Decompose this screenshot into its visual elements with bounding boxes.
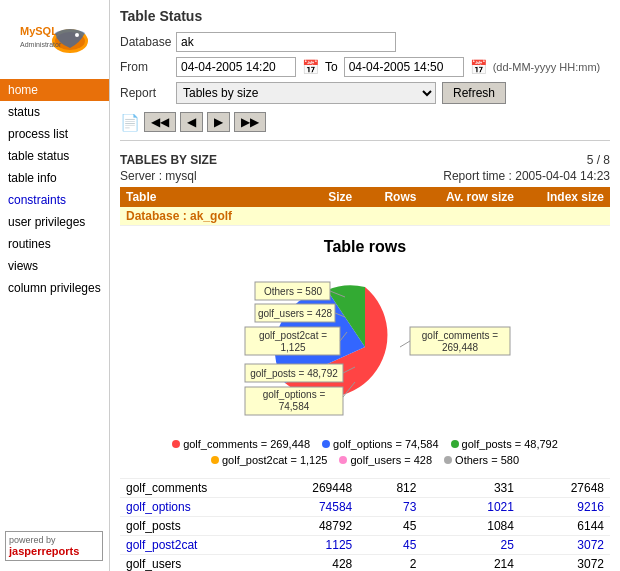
- legend-dot-options: [322, 440, 330, 448]
- row-avrow-golf-comments: 331: [422, 479, 520, 498]
- table-row: golf_post2cat 1125 45 25 3072: [120, 536, 610, 555]
- row-avrow-golf-options: 1021: [422, 498, 520, 517]
- sidebar-item-process-list[interactable]: process list: [0, 123, 109, 145]
- sidebar-item-column-privileges[interactable]: column privileges: [0, 277, 109, 299]
- date-row: From 📅 To 📅 (dd-MM-yyyy HH:mm): [120, 57, 610, 77]
- pie-chart: Others = 580 golf_users = 428 golf_post2…: [215, 267, 515, 427]
- legend-dot-others: [444, 456, 452, 464]
- svg-text:MySQL: MySQL: [20, 25, 58, 37]
- chart-legend: golf_comments = 269,448 golf_options = 7…: [120, 438, 610, 466]
- sidebar-item-constraints[interactable]: constraints: [0, 189, 109, 211]
- sidebar-item-table-info[interactable]: table info: [0, 167, 109, 189]
- last-page-button[interactable]: ▶▶: [234, 112, 266, 132]
- row-size-golf-comments: 269448: [282, 479, 358, 498]
- row-rows-golf-options: 73: [358, 498, 422, 517]
- table-header-row: Table Size Rows Av. row size Index size: [120, 187, 610, 207]
- row-name-golf-comments: golf_comments: [120, 479, 282, 498]
- powered-by-badge: powered by jasperreports: [5, 531, 103, 561]
- from-date-input[interactable]: [176, 57, 296, 77]
- row-avrow-golf-posts: 1084: [422, 517, 520, 536]
- legend-golf-posts: golf_posts = 48,792: [451, 438, 558, 450]
- legend-others: Others = 580: [444, 454, 519, 466]
- report-header: TABLES BY SIZE 5 / 8 Server : mysql Repo…: [120, 153, 610, 183]
- sidebar: MySQL Administrator home status process …: [0, 0, 110, 571]
- col-rows: Rows: [358, 187, 422, 207]
- db-group-label: Database : ak_golf: [120, 207, 610, 226]
- refresh-button[interactable]: Refresh: [442, 82, 506, 104]
- svg-text:golf_post2cat =: golf_post2cat =: [259, 330, 327, 341]
- main-content: Table Status Database From 📅 To 📅 (dd-MM…: [110, 0, 620, 571]
- table-row: golf_comments 269448 812 331 27648: [120, 479, 610, 498]
- to-label: To: [325, 60, 338, 74]
- next-page-button[interactable]: ▶: [207, 112, 230, 132]
- first-page-button[interactable]: ◀◀: [144, 112, 176, 132]
- from-label: From: [120, 60, 170, 74]
- sidebar-item-home[interactable]: home: [0, 79, 109, 101]
- sidebar-item-views[interactable]: views: [0, 255, 109, 277]
- svg-text:269,448: 269,448: [442, 342, 479, 353]
- legend-golf-options: golf_options = 74,584: [322, 438, 439, 450]
- svg-text:Others = 580: Others = 580: [264, 286, 323, 297]
- row-avrow-golf-users: 214: [422, 555, 520, 572]
- report-time: Report time : 2005-04-04 14:23: [443, 169, 610, 183]
- row-rows-golf-comments: 812: [358, 479, 422, 498]
- row-rows-golf-users: 2: [358, 555, 422, 572]
- mysql-logo: MySQL Administrator: [15, 13, 95, 63]
- report-select[interactable]: Tables by size Tables by rows Tables by …: [176, 82, 436, 104]
- svg-text:golf_users = 428: golf_users = 428: [258, 308, 333, 319]
- svg-text:golf_comments =: golf_comments =: [422, 330, 499, 341]
- legend-dot-comments: [172, 440, 180, 448]
- page-title: Table Status: [120, 8, 610, 24]
- row-indexsize-golf-post2cat: 3072: [520, 536, 610, 555]
- row-size-golf-post2cat: 1125: [282, 536, 358, 555]
- to-date-input[interactable]: [344, 57, 464, 77]
- date-format-label: (dd-MM-yyyy HH:mm): [493, 61, 601, 73]
- svg-line-25: [400, 341, 410, 347]
- report-label: Report: [120, 86, 170, 100]
- row-rows-golf-post2cat: 45: [358, 536, 422, 555]
- sidebar-item-routines[interactable]: routines: [0, 233, 109, 255]
- row-indexsize-golf-comments: 27648: [520, 479, 610, 498]
- row-size-golf-users: 428: [282, 555, 358, 572]
- chart-area: Others = 580 golf_users = 428 golf_post2…: [120, 262, 610, 432]
- to-calendar-icon[interactable]: 📅: [470, 59, 487, 75]
- sidebar-item-status[interactable]: status: [0, 101, 109, 123]
- server-label: Server : mysql: [120, 169, 197, 183]
- col-table: Table: [120, 187, 282, 207]
- page-info: 5 / 8: [587, 153, 610, 167]
- sidebar-item-user-privileges[interactable]: user privileges: [0, 211, 109, 233]
- svg-text:golf_options =: golf_options =: [263, 389, 326, 400]
- report-section-title: TABLES BY SIZE: [120, 153, 217, 167]
- data-table: Table Size Rows Av. row size Index size …: [120, 187, 610, 571]
- svg-point-4: [75, 33, 79, 37]
- database-input[interactable]: [176, 32, 396, 52]
- row-size-golf-posts: 48792: [282, 517, 358, 536]
- pagination-toolbar: 📄 ◀◀ ◀ ▶ ▶▶: [120, 112, 610, 132]
- row-rows-golf-posts: 45: [358, 517, 422, 536]
- row-name-golf-post2cat[interactable]: golf_post2cat: [120, 536, 282, 555]
- chart-title: Table rows: [120, 238, 610, 256]
- legend-golf-post2cat: golf_post2cat = 1,125: [211, 454, 328, 466]
- legend-label-users: golf_users = 428: [350, 454, 432, 466]
- legend-label-comments: golf_comments = 269,448: [183, 438, 310, 450]
- pdf-icon[interactable]: 📄: [120, 113, 140, 132]
- sidebar-item-table-status[interactable]: table status: [0, 145, 109, 167]
- row-indexsize-golf-options: 9216: [520, 498, 610, 517]
- col-avrow: Av. row size: [422, 187, 520, 207]
- row-avrow-golf-post2cat: 25: [422, 536, 520, 555]
- svg-text:Administrator: Administrator: [20, 41, 62, 48]
- report-row: Report Tables by size Tables by rows Tab…: [120, 82, 610, 104]
- from-calendar-icon[interactable]: 📅: [302, 59, 319, 75]
- row-name-golf-options[interactable]: golf_options: [120, 498, 282, 517]
- legend-label-options: golf_options = 74,584: [333, 438, 439, 450]
- prev-page-button[interactable]: ◀: [180, 112, 203, 132]
- divider-top: [120, 140, 610, 141]
- logo-area: MySQL Administrator: [0, 0, 109, 75]
- legend-dot-users: [339, 456, 347, 464]
- chart-row: Table rows: [120, 226, 610, 479]
- table-row: golf_posts 48792 45 1084 6144: [120, 517, 610, 536]
- col-size: Size: [282, 187, 358, 207]
- svg-text:golf_posts = 48,792: golf_posts = 48,792: [250, 368, 338, 379]
- col-indexsize: Index size: [520, 187, 610, 207]
- legend-golf-comments: golf_comments = 269,448: [172, 438, 310, 450]
